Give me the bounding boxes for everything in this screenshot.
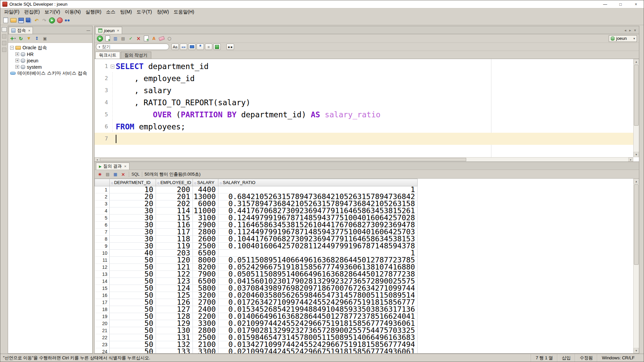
menu-item-2[interactable]: 편집(E) [22,8,42,16]
table-row[interactable]: 235013221000.013427109974424552429667519… [95,341,418,348]
editor-hscrollbar[interactable]: ◂ ▸ [95,157,633,162]
sql-editor[interactable]: 1−SELECT department_id2 , employee_id3 ,… [95,59,639,162]
filter-icon[interactable] [25,35,32,42]
table-row[interactable]: 73011728000.1124497991967871485943775100… [95,229,418,236]
delete-icon[interactable] [120,171,126,178]
tab-connections[interactable]: 접속 × [9,27,33,34]
table-row[interactable]: 125012182000.052429667519181585677749360… [95,264,418,271]
menu-item-9[interactable]: 창(W) [154,8,171,16]
table-row[interactable]: 225013125000.015984654731457800511508951… [95,334,418,341]
selection-button[interactable] [213,44,221,50]
nav-forward-icon[interactable]: ▸ [629,28,631,33]
tree-item-2[interactable]: +HR [8,51,92,57]
table-row[interactable]: 63011629000.1164658634538152610441767068… [95,222,418,229]
close-button[interactable]: × [628,0,644,8]
scroll-right-icon[interactable]: ▸ [628,158,633,162]
table-row[interactable]: 430114110000.441767068273092369477911646… [95,207,418,215]
tab-list-icon[interactable]: ▾ [634,28,636,33]
scroll-down-icon[interactable]: ▼ [634,152,639,157]
code-line[interactable]: 7 [95,133,633,145]
lines-button[interactable] [205,44,212,50]
menu-item-7[interactable]: 팀(M) [118,8,134,16]
minimize-panel-icon[interactable]: — [87,28,90,32]
autotrace-icon[interactable] [112,35,119,42]
tree-item-4[interactable]: +system [8,64,92,70]
editor-vscrollbar[interactable]: ▲ ▼ [633,59,639,157]
explain-plan-icon[interactable] [120,35,126,42]
tab-query-result[interactable]: ▶ 질의 결과 × [96,163,129,170]
scroll-left-icon[interactable]: ◂ [95,158,100,162]
scrollbar-thumb[interactable] [100,158,466,161]
save-all-icon[interactable] [25,17,32,24]
tree-item-5[interactable]: 데이터베이스 스키마 서비스 접속 [8,70,92,76]
scrollbar-thumb[interactable] [634,65,639,126]
find-dropdown-icon[interactable]: ▾ [99,45,100,49]
code-line[interactable]: 6FROM employees; [95,121,633,133]
export-icon[interactable] [104,171,111,178]
connections-icon[interactable] [64,17,71,24]
tree-item-1[interactable]: −Oracle 접속 [8,45,92,51]
restore-panel-icon[interactable] [2,27,7,32]
menu-item-3[interactable]: 보기(V) [42,8,63,16]
table-row[interactable]: 135012279000.050511508951406649616368286… [95,271,418,278]
table-row[interactable]: 195012822000.014066496163682864450127877… [95,313,418,320]
subtab-query-builder[interactable]: 질의 작성기 [121,52,151,59]
binoculars-button[interactable] [226,44,234,50]
run-script-icon[interactable] [104,35,111,42]
new-file-icon[interactable] [2,17,9,24]
regex-button[interactable] [197,44,204,50]
table-row[interactable]: 185012724000.015345268542199488491048593… [95,306,418,313]
menu-item-6[interactable]: 소스 [104,8,118,16]
table-row[interactable]: 155012458000.037084398976982097186700767… [95,285,418,292]
table-row[interactable]: 83011826000.1044176706827309236947791164… [95,236,418,243]
clear-icon[interactable] [158,35,165,42]
scroll-down-icon[interactable]: ▼ [634,348,639,353]
close-icon[interactable]: × [28,28,30,33]
menu-item-1[interactable]: 파일(F) [2,8,22,16]
history-icon[interactable] [166,35,173,42]
docked-panel-icon[interactable] [2,48,6,52]
table-row[interactable]: 220201130000.684210526315789473684210526… [95,193,418,200]
nav-back-icon[interactable]: ◂ [624,28,626,33]
table-row[interactable]: 165012532000.020460358056265984654731457… [95,292,418,299]
code-line[interactable]: 5 OVER (PARTITION BY department_id) AS s… [95,109,633,121]
table-row[interactable]: 245013333000.021099744245524296675191815… [95,348,418,354]
highlight-button[interactable] [188,44,196,50]
subtab-worksheet[interactable]: 워크시트 [95,52,120,59]
expand-expander-icon[interactable]: + [15,65,19,69]
find-combo[interactable]: ▾ [96,44,169,50]
open-folder-icon[interactable] [10,17,17,24]
scroll-up-icon[interactable]: ▲ [634,179,639,184]
tab-joeun-worksheet[interactable]: joeun × [95,27,122,34]
column-header-salary[interactable]: ◇SALARY [193,179,218,186]
close-icon[interactable]: × [117,28,119,33]
redo-icon[interactable] [41,17,48,24]
scroll-up-icon[interactable]: ▲ [634,59,639,64]
run-icon[interactable] [49,17,55,23]
table-row[interactable]: 11020044001 [95,186,418,193]
results-vscrollbar[interactable]: ▲ ▼ [633,179,639,353]
code-line[interactable]: 3 , salary [95,84,633,97]
menu-item-4[interactable]: 이동(N) [62,8,83,16]
table-row[interactable]: 32020260000.3157894736842105263157894736… [95,200,418,207]
table-row[interactable]: 215013028000.017902813299232736572890025… [95,327,418,334]
match-case-button[interactable] [171,44,179,50]
refresh-grid-icon[interactable] [112,171,119,178]
table-row[interactable]: 93011925000.1004016064257028112449799196… [95,243,418,250]
connection-selector[interactable]: joeun ▾ [609,35,637,42]
expand-expander-icon[interactable]: + [15,52,19,56]
column-header-employee_id[interactable]: ◇EMPLOYEE_ID [156,179,193,186]
refresh-icon[interactable] [17,35,24,42]
find-input[interactable] [102,44,166,49]
whole-word-button[interactable] [180,44,187,50]
table-row[interactable]: 115012080000.051150895140664961636828644… [95,257,418,264]
close-icon[interactable]: × [124,164,126,168]
menu-item-8[interactable]: 도구(T) [134,8,154,16]
maximize-button[interactable]: □ [613,0,628,8]
debug-icon[interactable] [57,17,63,23]
docked-panel-icon[interactable] [2,34,6,39]
code-line[interactable]: 2 , employee_id [95,72,633,84]
rollback-icon[interactable] [135,35,142,42]
table-row[interactable]: 104020365001 [95,250,418,257]
undo-icon[interactable] [33,17,40,24]
